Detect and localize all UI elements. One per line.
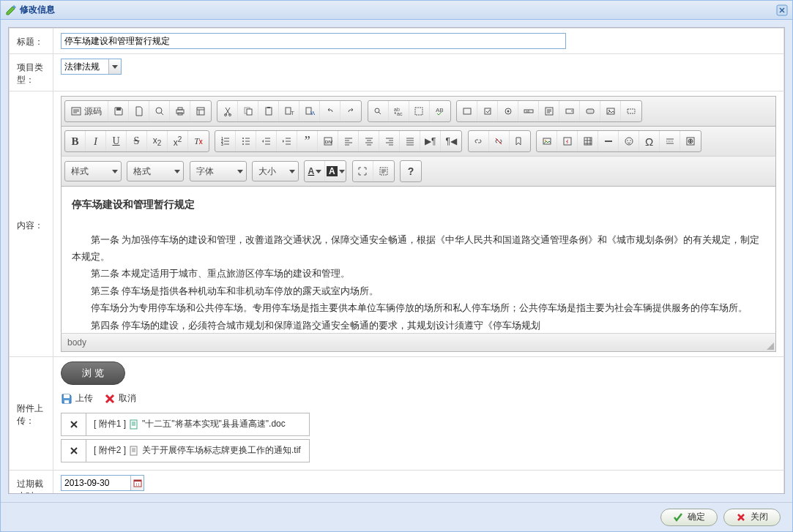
editor-toolbar-2: B I U S x2 x2 Tx 123 xyxy=(61,126,776,156)
cancel-link[interactable]: 取消 xyxy=(104,392,136,405)
button-icon[interactable] xyxy=(580,101,600,121)
elements-path[interactable]: body xyxy=(67,337,86,348)
content-p3: 第三条 停车场是指供各种机动车和非机动车停放的露天或室内场所。 xyxy=(72,282,765,299)
undo-icon[interactable] xyxy=(320,101,340,121)
chevron-down-icon[interactable] xyxy=(108,59,121,74)
delete-attachment-button[interactable] xyxy=(62,440,86,462)
spellcheck-icon[interactable]: AB xyxy=(430,101,450,121)
bold-button[interactable]: B xyxy=(65,131,86,151)
link-icon[interactable] xyxy=(469,131,489,151)
rtl-icon[interactable]: ¶◀ xyxy=(441,131,461,151)
image-icon[interactable] xyxy=(537,131,557,151)
editor-toolbar-3: 样式 格式 字体 大小 A A xyxy=(61,156,776,187)
paste-icon[interactable] xyxy=(258,101,279,121)
checkbox-icon[interactable] xyxy=(477,101,498,121)
smiley-icon[interactable] xyxy=(619,131,639,151)
new-page-icon[interactable] xyxy=(129,101,149,121)
find-icon[interactable] xyxy=(368,101,389,121)
title-input[interactable] xyxy=(61,33,566,49)
specialchar-icon[interactable]: Ω xyxy=(639,131,660,151)
textcolor-button[interactable]: A xyxy=(305,161,325,181)
italic-button[interactable]: I xyxy=(86,131,106,151)
delete-attachment-button[interactable] xyxy=(62,413,86,435)
close-button[interactable]: 关闭 xyxy=(723,509,781,526)
anchor-icon[interactable] xyxy=(510,131,530,151)
unlink-icon[interactable] xyxy=(489,131,510,151)
edit-icon xyxy=(5,4,17,16)
svg-point-47 xyxy=(625,138,633,145)
textarea-icon[interactable] xyxy=(539,101,559,121)
label-project-type: 项目类型： xyxy=(10,54,53,91)
project-type-value[interactable] xyxy=(62,59,108,74)
hidden-icon[interactable] xyxy=(621,101,641,121)
font-select[interactable]: 字体 xyxy=(190,161,247,181)
table-icon[interactable] xyxy=(578,131,598,151)
subscript-button[interactable]: x2 xyxy=(147,131,168,151)
upload-link[interactable]: 上传 xyxy=(61,392,93,405)
save-icon xyxy=(61,393,72,405)
outdent-icon[interactable] xyxy=(256,131,277,151)
numberlist-icon[interactable]: 123 xyxy=(215,131,236,151)
bgcolor-button[interactable]: A xyxy=(325,161,346,181)
deadline-datepicker[interactable] xyxy=(61,475,144,491)
underline-button[interactable]: U xyxy=(106,131,127,151)
format-select[interactable]: 格式 xyxy=(127,161,184,181)
print-icon[interactable] xyxy=(170,101,190,121)
deadline-input[interactable] xyxy=(62,478,130,488)
removeformat-button[interactable]: Tx xyxy=(188,131,209,151)
svg-point-38 xyxy=(242,138,244,139)
redo-icon[interactable] xyxy=(340,101,361,121)
svg-rect-12 xyxy=(266,108,272,115)
svg-rect-24 xyxy=(485,108,491,114)
help-button[interactable]: ? xyxy=(401,161,421,181)
preview-icon[interactable] xyxy=(149,101,170,121)
attachment-name: 关于开展停车场标志牌更换工作的通知.tif xyxy=(142,444,301,457)
superscript-button[interactable]: x2 xyxy=(168,131,188,151)
flash-icon[interactable] xyxy=(557,131,578,151)
maximize-icon[interactable] xyxy=(353,161,373,181)
bulletlist-icon[interactable] xyxy=(236,131,256,151)
iframe-icon[interactable] xyxy=(680,131,701,151)
copy-icon[interactable] xyxy=(238,101,258,121)
hr-icon[interactable] xyxy=(598,131,619,151)
imagebtn-icon[interactable] xyxy=(600,101,621,121)
editor-content[interactable]: 停车场建设和管理暂行规定 第一条 为加强停车场的建设和管理，改善道路交通状况，保… xyxy=(61,187,776,333)
styles-select[interactable]: 样式 xyxy=(64,161,122,181)
size-select[interactable]: 大小 xyxy=(252,161,299,181)
close-icon[interactable] xyxy=(776,4,788,16)
cut-icon[interactable] xyxy=(217,101,238,121)
selectall-icon[interactable] xyxy=(409,101,430,121)
ltr-icon[interactable]: ▶¶ xyxy=(420,131,441,151)
align-justify-icon[interactable] xyxy=(400,131,420,151)
calendar-icon[interactable] xyxy=(130,476,144,490)
templates-icon[interactable] xyxy=(190,101,211,121)
source-button[interactable]: 源码 xyxy=(65,101,108,121)
paste-word-icon[interactable]: W xyxy=(299,101,320,121)
pagebreak-icon[interactable] xyxy=(660,131,680,151)
paste-text-icon[interactable]: T xyxy=(279,101,299,121)
select-icon[interactable] xyxy=(559,101,580,121)
showblocks-icon[interactable] xyxy=(373,161,394,181)
replace-icon[interactable]: abac xyxy=(389,101,409,121)
div-icon[interactable]: DIV xyxy=(318,131,338,151)
browse-button[interactable]: 浏 览 xyxy=(61,361,125,385)
svg-text:ab: ab xyxy=(526,109,530,113)
save-icon[interactable] xyxy=(108,101,129,121)
textfield-icon[interactable]: ab xyxy=(518,101,539,121)
svg-text:ac: ac xyxy=(397,111,403,116)
blockquote-icon[interactable]: ” xyxy=(297,131,318,151)
align-right-icon[interactable] xyxy=(379,131,400,151)
strike-button[interactable]: S xyxy=(127,131,147,151)
ok-button[interactable]: 确定 xyxy=(660,509,718,526)
align-center-icon[interactable] xyxy=(359,131,379,151)
svg-rect-56 xyxy=(130,446,137,455)
project-type-select[interactable] xyxy=(61,59,122,75)
align-left-icon[interactable] xyxy=(338,131,359,151)
radio-icon[interactable] xyxy=(498,101,518,121)
indent-icon[interactable] xyxy=(277,131,297,151)
svg-rect-23 xyxy=(463,108,471,114)
svg-rect-2 xyxy=(116,108,121,110)
resize-grip-icon[interactable] xyxy=(767,342,774,350)
form-icon[interactable] xyxy=(457,101,477,121)
doc-icon xyxy=(129,419,139,430)
